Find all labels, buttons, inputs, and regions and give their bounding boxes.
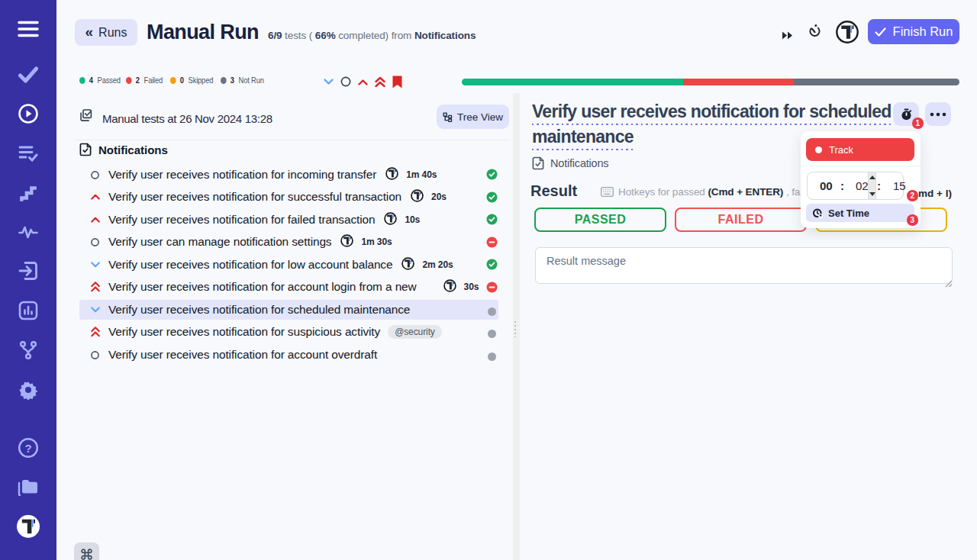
svg-text:?: ? <box>24 442 31 455</box>
